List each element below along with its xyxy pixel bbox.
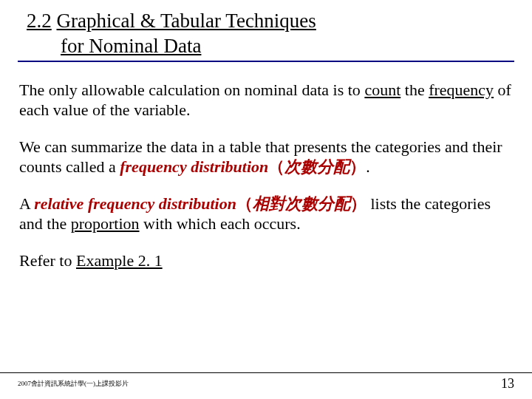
p2-period: . <box>366 157 370 176</box>
title-text-1: Graphical & Tabular Techniques <box>57 10 316 32</box>
p3-text-c: with which each occurs. <box>140 214 301 233</box>
paragraph-4: Refer to Example 2. 1 <box>19 250 513 271</box>
page-number: 13 <box>501 376 514 392</box>
paragraph-3: A relative frequency distribution（相對次數分配… <box>19 194 513 234</box>
title-line-2: for Nominal Data <box>18 34 514 59</box>
p2-zh: 次數分配 <box>284 157 349 176</box>
slide-title: 2.2 Graphical & Tabular Techniques for N… <box>18 9 514 62</box>
p2-paren-open: （ <box>268 157 284 176</box>
p1-count: count <box>364 81 400 99</box>
p3-zh: 相對次數分配 <box>253 194 350 213</box>
title-text-2: for Nominal Data <box>61 35 201 57</box>
p4-text-a: Refer to <box>19 251 76 270</box>
slide-footer: 2007會計資訊系統計學(一)上課投影片 13 <box>0 372 532 392</box>
p1-frequency: frequency <box>429 81 494 99</box>
p3-text-a: A <box>19 194 34 213</box>
p2-paren-close: ） <box>349 157 366 176</box>
example-link[interactable]: Example 2. 1 <box>76 251 163 270</box>
p3-proportion: proportion <box>71 214 140 233</box>
slide: 2.2 Graphical & Tabular Techniques for N… <box>0 0 532 399</box>
footer-left-text: 2007會計資訊系統計學(一)上課投影片 <box>18 379 129 389</box>
p3-paren-open: （ <box>236 194 253 213</box>
paragraph-1: The only allowable calculation on nomina… <box>19 80 513 120</box>
paragraph-2: We can summarize the data in a table tha… <box>19 137 513 177</box>
p2-term: frequency distribution <box>120 157 268 176</box>
p1-text-a: The only allowable calculation on nomina… <box>19 81 364 99</box>
p1-text-b: the <box>400 81 429 99</box>
p3-term: relative frequency distribution <box>34 194 236 213</box>
p3-paren-close: ） <box>350 194 366 213</box>
title-line-1: 2.2 Graphical & Tabular Techniques <box>18 9 514 34</box>
section-number: 2.2 <box>27 10 52 32</box>
slide-body: The only allowable calculation on nomina… <box>18 80 514 271</box>
